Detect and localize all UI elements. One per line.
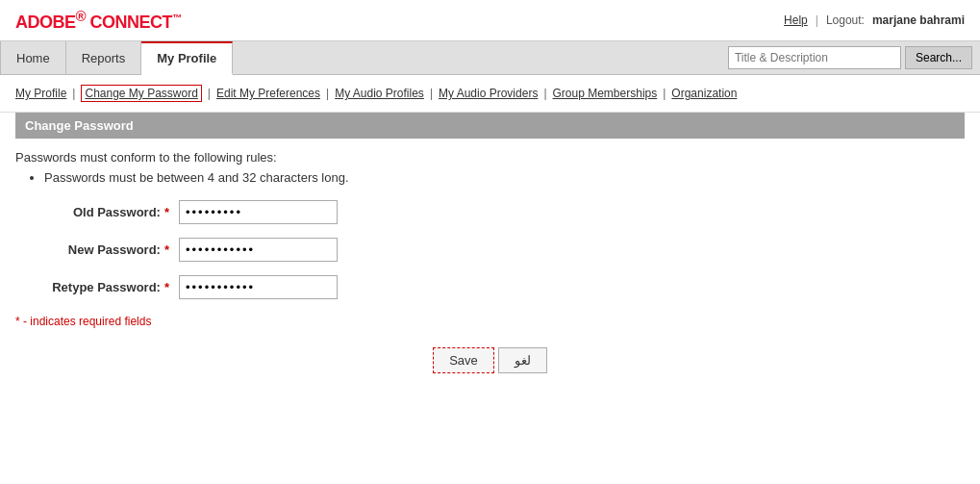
old-password-label: Old Password:*	[15, 205, 179, 219]
sep-1: |	[72, 87, 75, 100]
search-input[interactable]	[728, 46, 901, 69]
breadcrumb-nav: My Profile | Change My Password | Edit M…	[0, 75, 980, 113]
old-password-row: Old Password:*	[15, 200, 965, 224]
main-content: Change Password Passwords must conform t…	[0, 113, 980, 389]
save-button[interactable]: Save	[433, 347, 494, 373]
nav-tab-home[interactable]: Home	[0, 41, 66, 74]
sep-6: |	[663, 87, 666, 100]
breadcrumb-audio-providers[interactable]: My Audio Providers	[439, 87, 538, 100]
old-password-required: *	[164, 205, 169, 219]
sep-4: |	[430, 87, 433, 100]
sep-3: |	[326, 87, 329, 100]
breadcrumb-my-profile[interactable]: My Profile	[15, 87, 66, 100]
header-separator: |	[816, 13, 818, 27]
breadcrumb-group-memberships[interactable]: Group Memberships	[553, 87, 658, 100]
rules-list: Passwords must be between 4 and 32 chara…	[44, 170, 965, 185]
retype-password-label: Retype Password:*	[15, 280, 179, 294]
username-display: marjane bahrami	[872, 13, 965, 27]
app-header: ADOBE® CONNECT™ Help | Logout: marjane b…	[0, 0, 980, 41]
breadcrumb-edit-preferences[interactable]: Edit My Preferences	[216, 87, 320, 100]
old-password-input[interactable]	[179, 200, 338, 224]
search-area: Search...	[720, 41, 980, 74]
sep-5: |	[543, 87, 546, 100]
retype-password-required: *	[164, 280, 169, 294]
app-logo: ADOBE® CONNECT™	[15, 8, 182, 33]
breadcrumb-organization[interactable]: Organization	[671, 87, 737, 100]
navbar: Home Reports My Profile Search...	[0, 41, 980, 75]
new-password-required: *	[164, 242, 169, 257]
rule-item: Passwords must be between 4 and 32 chara…	[44, 170, 965, 185]
breadcrumb-audio-profiles[interactable]: My Audio Profiles	[335, 87, 424, 100]
nav-tab-my-profile[interactable]: My Profile	[141, 41, 233, 75]
header-right: Help | Logout: marjane bahrami	[784, 13, 965, 27]
new-password-input[interactable]	[179, 238, 338, 262]
retype-password-row: Retype Password:*	[15, 275, 965, 299]
new-password-label: New Password:*	[15, 242, 179, 257]
cancel-button[interactable]: لغو	[498, 347, 547, 373]
rules-intro: Passwords must conform to the following …	[15, 150, 965, 165]
new-password-row: New Password:*	[15, 238, 965, 262]
help-link[interactable]: Help	[784, 13, 808, 27]
breadcrumb-change-password[interactable]: Change My Password	[81, 85, 201, 102]
sep-2: |	[208, 87, 211, 100]
retype-password-input[interactable]	[179, 275, 338, 299]
form-buttons: Save لغو	[15, 347, 965, 373]
nav-tab-reports[interactable]: Reports	[66, 41, 142, 74]
required-note: * - indicates required fields	[15, 315, 965, 328]
search-button[interactable]: Search...	[905, 46, 972, 69]
logout-label: Logout:	[826, 13, 865, 27]
nav-tabs: Home Reports My Profile	[0, 41, 233, 74]
section-header: Change Password	[15, 113, 965, 139]
